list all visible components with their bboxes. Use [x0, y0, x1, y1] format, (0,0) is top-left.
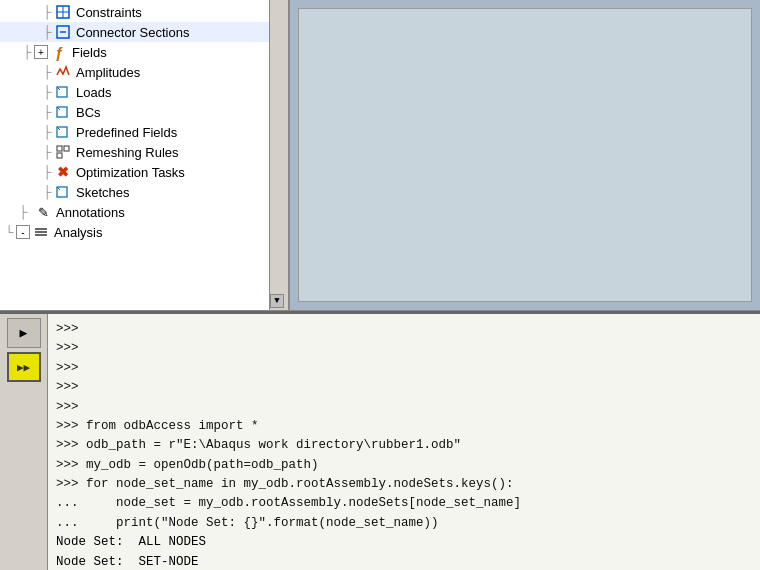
console-btn-2-icon: ▶▶ [17, 361, 30, 374]
tree-line: ├ [40, 105, 54, 119]
amplitudes-label: Amplitudes [76, 65, 140, 80]
analysis-icon [32, 224, 50, 240]
viewport-inner [298, 8, 752, 302]
tree-item-remeshing-rules[interactable]: ├ Remeshing Rules [0, 142, 269, 162]
svg-rect-13 [57, 153, 62, 158]
tree-line: ├ [40, 125, 54, 139]
tree-line: └ [2, 225, 16, 239]
constraints-icon [54, 4, 72, 20]
console-line-4: >>> [56, 378, 752, 397]
annotations-label: Annotations [56, 205, 125, 220]
bcs-icon [54, 104, 72, 120]
tree-item-connector-sections[interactable]: ├ Connector Sections [0, 22, 269, 42]
svg-rect-12 [64, 146, 69, 151]
tree-item-annotations[interactable]: ├ ✎ Annotations [0, 202, 269, 222]
tree-item-loads[interactable]: ├ Loads [0, 82, 269, 102]
console-line-odb-path: >>> odb_path = r"E:\Abaqus work director… [56, 436, 752, 455]
sketches-icon [54, 184, 72, 200]
tree-line: ├ [40, 65, 54, 79]
console-line-cont-1: ... node_set = my_odb.rootAssembly.nodeS… [56, 494, 752, 513]
connector-sections-label: Connector Sections [76, 25, 189, 40]
console-line-import: >>> from odbAccess import * [56, 417, 752, 436]
fields-expand[interactable]: + [34, 45, 48, 59]
console-sidebar: ▶ ▶▶ [0, 314, 48, 570]
console-line-5: >>> [56, 398, 752, 417]
sketches-label: Sketches [76, 185, 129, 200]
console-btn-1[interactable]: ▶ [7, 318, 41, 348]
top-panel: ├ Constraints ├ Connector Sections ├ + ƒ… [0, 0, 760, 310]
tree-item-fields[interactable]: ├ + ƒ Fields [0, 42, 269, 62]
tree-line: ├ [20, 45, 34, 59]
tree-panel: ├ Constraints ├ Connector Sections ├ + ƒ… [0, 0, 270, 310]
tree-line: ├ [40, 165, 54, 179]
loads-label: Loads [76, 85, 111, 100]
console-line-2: >>> [56, 339, 752, 358]
console-line-3: >>> [56, 359, 752, 378]
right-viewport [288, 0, 760, 310]
console-line-1: >>> [56, 320, 752, 339]
tree-scroll-area: ▼ [270, 0, 288, 310]
fields-icon: ƒ [50, 44, 68, 60]
bcs-label: BCs [76, 105, 101, 120]
remeshing-rules-icon [54, 144, 72, 160]
tree-line: ├ [40, 85, 54, 99]
tree-line: ├ [40, 5, 54, 19]
tree-item-optimization-tasks[interactable]: ├ ✖ Optimization Tasks [0, 162, 269, 182]
constraints-label: Constraints [76, 5, 142, 20]
tree-item-bcs[interactable]: ├ BCs [0, 102, 269, 122]
predefined-fields-icon [54, 124, 72, 140]
bottom-panel: ▶ ▶▶ >>> >>> >>> >>> >>> >>> from odbAcc… [0, 312, 760, 570]
annotations-icon: ✎ [34, 204, 52, 220]
loads-icon [54, 84, 72, 100]
svg-rect-11 [57, 146, 62, 151]
console-btn-2[interactable]: ▶▶ [7, 352, 41, 382]
tree-line: ├ [40, 145, 54, 159]
console-output[interactable]: >>> >>> >>> >>> >>> >>> from odbAccess i… [48, 314, 760, 570]
scroll-down-arrow[interactable]: ▼ [270, 294, 284, 308]
console-btn-1-icon: ▶ [20, 325, 28, 341]
tree-item-amplitudes[interactable]: ├ Amplitudes [0, 62, 269, 82]
tree-item-predefined-fields[interactable]: ├ Predefined Fields [0, 122, 269, 142]
tree-line: ├ [16, 205, 30, 219]
fields-label: Fields [72, 45, 107, 60]
tree-item-constraints[interactable]: ├ Constraints [0, 2, 269, 22]
console-line-cont-2: ... print("Node Set: {}".format(node_set… [56, 514, 752, 533]
tree-item-analysis[interactable]: └ - Analysis [0, 222, 269, 242]
tree-item-sketches[interactable]: ├ Sketches [0, 182, 269, 202]
console-line-open-odb: >>> my_odb = openOdb(path=odb_path) [56, 456, 752, 475]
console-line-result-1: Node Set: ALL NODES [56, 533, 752, 552]
analysis-expand[interactable]: - [16, 225, 30, 239]
connector-sections-icon [54, 24, 72, 40]
optimization-tasks-icon: ✖ [54, 164, 72, 180]
tree-line: ├ [40, 25, 54, 39]
analysis-label: Analysis [54, 225, 102, 240]
console-line-result-2: Node Set: SET-NODE [56, 553, 752, 571]
tree-line: ├ [40, 185, 54, 199]
console-line-for-loop: >>> for node_set_name in my_odb.rootAsse… [56, 475, 752, 494]
amplitudes-icon [54, 64, 72, 80]
remeshing-rules-label: Remeshing Rules [76, 145, 179, 160]
predefined-fields-label: Predefined Fields [76, 125, 177, 140]
optimization-tasks-label: Optimization Tasks [76, 165, 185, 180]
